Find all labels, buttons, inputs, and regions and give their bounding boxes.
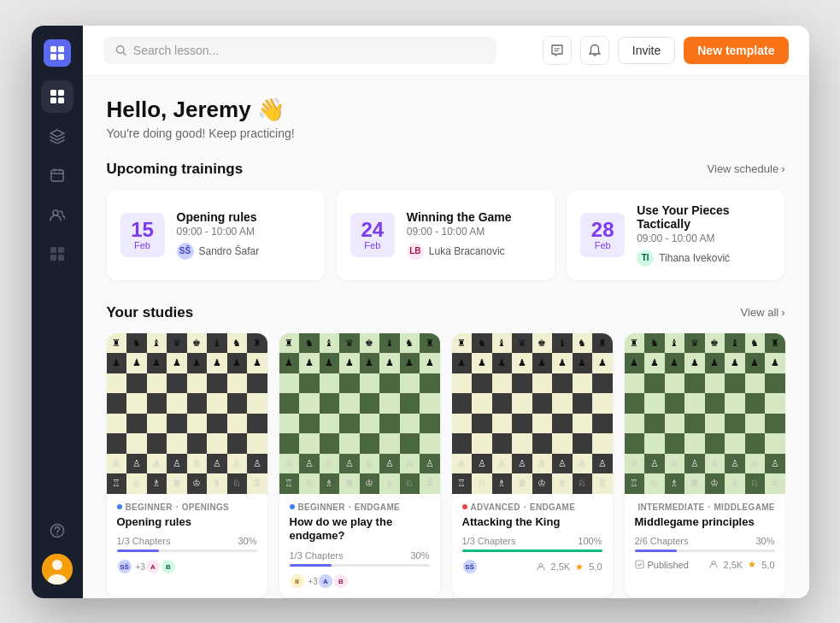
study-info: BEGINNER · OPENINGS Opening rules 1/3 Ch…	[107, 494, 267, 584]
view-schedule-link[interactable]: View schedule ›	[708, 162, 785, 175]
header-actions: Invite New template	[543, 36, 789, 65]
study-info: ADVANCED · ENDGAME Attacking the King 1/…	[452, 494, 613, 584]
author-avatar: SŠ	[117, 559, 132, 574]
chess-board-classic2: ♜♞♝♛♚♝♞♜♟♟♟♟♟♟♟♟♙♙♙♙♙♙♙♙♖♘♗♕♔♗♘♖	[452, 333, 613, 494]
sidebar-item-users[interactable]	[41, 198, 73, 231]
training-name: Use Your Pieces Tactically	[637, 203, 771, 231]
svg-rect-6	[50, 97, 56, 103]
sidebar-item-calendar[interactable]	[41, 159, 73, 191]
study-tags: ADVANCED · ENDGAME	[462, 503, 602, 512]
training-time: 09:00 - 10:00 AM	[407, 226, 541, 238]
author-avatar: A	[318, 573, 333, 589]
training-time: 09:00 - 10:00 AM	[637, 232, 771, 244]
progress-bar-bg	[117, 550, 257, 552]
study-tags: INTERMEDIATE · MIDDLEGAME	[635, 503, 775, 512]
author-avatar: A	[145, 559, 161, 574]
published-badge: Published	[635, 560, 689, 570]
study-name: How do we play the endgame?	[290, 515, 430, 544]
studies-title: Your studies	[107, 304, 194, 321]
studies-grid: ♜♞♝♛♚♝♞♜♟♟♟♟♟♟♟♟♙♙♙♙♙♙♙♙♖♘♗♕♔♗♘♖ BEGINNE…	[107, 333, 785, 598]
search-input[interactable]	[133, 44, 485, 57]
extra-authors: +3	[136, 562, 145, 572]
study-progress-row: 2/6 Chapters 30%	[635, 536, 775, 546]
training-info: Use Your Pieces Tactically 09:00 - 10:00…	[637, 203, 771, 267]
chevron-right-icon: ›	[781, 306, 784, 319]
sidebar-item-modules[interactable]	[41, 238, 73, 270]
training-date-num: 28	[590, 220, 614, 240]
upcoming-trainings-title: Upcoming trainings	[107, 161, 244, 178]
study-stats: 2,5K ★ 5,0	[537, 561, 602, 573]
training-card[interactable]: 28 Feb Use Your Pieces Tactically 09:00 …	[567, 190, 784, 280]
study-card[interactable]: ♜♞♝♛♚♝♞♜♟♟♟♟♟♟♟♟♙♙♙♙♙♙♙♙♖♘♗♕♔♗♘♖ INTERME…	[625, 333, 785, 598]
view-all-link[interactable]: View all ›	[741, 306, 785, 319]
study-info: INTERMEDIATE · MIDDLEGAME Middlegame pri…	[625, 494, 785, 579]
study-footer: II +3 A B	[290, 573, 430, 589]
study-name: Middlegame principles	[635, 515, 775, 530]
training-coach: LB Luka Bracanovic	[407, 243, 541, 260]
study-authors: SŠ	[462, 559, 478, 574]
svg-point-9	[53, 210, 58, 215]
svg-rect-4	[50, 90, 56, 96]
progress-bar-bg	[290, 564, 430, 567]
page-body: Hello, Jeremy 👋 You're doing good! Keep …	[83, 76, 809, 598]
training-card[interactable]: 15 Feb Opening rules 09:00 - 10:00 AM SŠ…	[107, 190, 325, 280]
progress-bar-fill	[117, 550, 159, 552]
new-template-button[interactable]: New template	[684, 37, 788, 64]
svg-rect-13	[58, 255, 64, 261]
author-avatar: B	[161, 559, 176, 574]
coach-avatar: TI	[637, 250, 654, 267]
search-bar[interactable]	[103, 37, 496, 64]
progress-bar-fill	[462, 550, 602, 552]
greeting-subtitle: You're doing good! Keep practicing!	[107, 126, 785, 140]
svg-point-15	[56, 533, 58, 535]
svg-rect-12	[50, 255, 56, 261]
training-date-month: Feb	[590, 240, 614, 250]
invite-button[interactable]: Invite	[618, 37, 675, 64]
level-dot	[290, 504, 295, 509]
level-dot	[462, 504, 467, 509]
training-date-badge: 24 Feb	[350, 213, 395, 257]
svg-rect-8	[51, 170, 63, 181]
study-footer: Published 2,5K ★ 5,0	[635, 559, 775, 570]
sidebar	[32, 26, 83, 598]
study-card[interactable]: ♜♞♝♛♚♝♞♜♟♟♟♟♟♟♟♟♙♙♙♙♙♙♙♙♖♘♗♕♔♗♘♖ BEGINNE…	[107, 333, 267, 598]
svg-rect-5	[58, 90, 64, 96]
progress-bar-bg	[462, 550, 602, 552]
study-progress-row: 1/3 Chapters 100%	[462, 536, 602, 546]
svg-point-22	[712, 561, 715, 565]
notification-button[interactable]	[580, 36, 609, 65]
study-card[interactable]: ♜♞♝♛♚♝♞♜♟♟♟♟♟♟♟♟♙♙♙♙♙♙♙♙♖♘♗♕♔♗♘♖ BEGINNE…	[279, 333, 440, 598]
svg-rect-0	[50, 46, 56, 52]
sidebar-item-help[interactable]	[41, 514, 73, 547]
author-chip: SŠ	[117, 559, 132, 574]
star-icon: ★	[748, 559, 756, 570]
author-avatar: II	[290, 573, 305, 589]
author-avatar: B	[333, 573, 349, 589]
upcoming-trainings-header: Upcoming trainings View schedule ›	[107, 161, 785, 178]
sidebar-item-lessons[interactable]	[41, 120, 73, 152]
users-icon	[537, 562, 546, 572]
svg-rect-11	[58, 247, 64, 253]
greeting-title: Hello, Jeremy 👋	[107, 97, 785, 123]
chat-button[interactable]	[543, 36, 572, 65]
svg-rect-3	[58, 54, 64, 60]
extra-authors: +3	[308, 577, 318, 586]
users-icon	[709, 560, 719, 569]
user-avatar[interactable]	[42, 554, 73, 585]
training-date-month: Feb	[361, 240, 385, 250]
training-info: Winning the Game 09:00 - 10:00 AM LB Luk…	[407, 210, 541, 260]
training-info: Opening rules 09:00 - 10:00 AM SŠ Sandro…	[177, 210, 311, 260]
published-icon	[635, 560, 644, 569]
study-card[interactable]: ♜♞♝♛♚♝♞♜♟♟♟♟♟♟♟♟♙♙♙♙♙♙♙♙♖♘♗♕♔♗♘♖ ADVANCE…	[452, 333, 613, 598]
training-card[interactable]: 24 Feb Winning the Game 09:00 - 10:00 AM…	[337, 190, 555, 280]
training-coach: SŠ Sandro Šafar	[177, 243, 311, 260]
star-icon: ★	[575, 561, 584, 573]
search-icon	[115, 44, 126, 56]
sidebar-item-dashboard[interactable]	[41, 80, 73, 113]
level-dot	[117, 504, 122, 509]
chess-board-classic: ♜♞♝♛♚♝♞♜♟♟♟♟♟♟♟♟♙♙♙♙♙♙♙♙♖♘♗♕♔♗♘♖	[107, 333, 267, 494]
author-avatar: SŠ	[462, 559, 478, 574]
study-info: BEGINNER · ENDGAME How do we play the en…	[279, 494, 440, 598]
training-date-num: 24	[361, 220, 385, 240]
logo-button[interactable]	[44, 39, 71, 67]
